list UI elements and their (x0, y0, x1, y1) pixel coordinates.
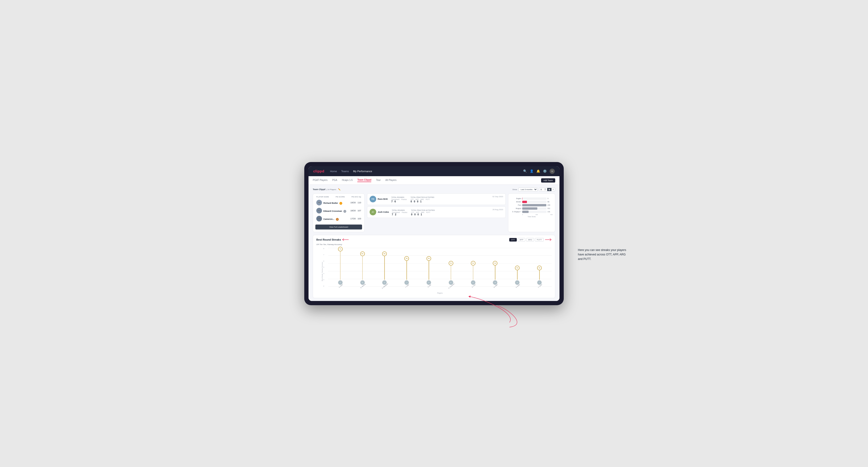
chart-x-axis: 0 200 400 (511, 214, 553, 215)
sub-nav-tour[interactable]: Tour (376, 179, 380, 182)
chart-subtitle: Off The Tee, Fairway Accuracy (316, 243, 552, 246)
chart-footer: Total Shots (511, 216, 553, 217)
nav-teams[interactable]: Teams (341, 170, 349, 173)
sub-nav-all-players[interactable]: All Players (385, 179, 397, 182)
sub-nav-hcaps[interactable]: Hcaps 1-5 (342, 179, 353, 182)
bell-icon[interactable]: 🔔 (536, 169, 540, 173)
player-scores-1: 19/20 110 (350, 201, 361, 204)
player-name-1: Richard Butler (323, 202, 338, 204)
bar-row-dbogeys: D. Bogeys + 131 (511, 211, 553, 213)
show-label: Show (512, 188, 517, 191)
streak-player-0: 7xEE. Ebert (331, 247, 350, 287)
annotation-box: Here you can see streaks your players ha… (578, 248, 630, 261)
player-row[interactable]: RB Richard Butler 1 19/20 110 (315, 198, 362, 207)
bar-row-birdies: Birdies 96 (511, 201, 553, 203)
view-toggle: ⊞ ☰ ▦ ≡ (539, 188, 555, 191)
nav-links: Home Teams My Performance (330, 170, 372, 173)
player-avatar-3: CM (316, 216, 322, 221)
card-stats-2: Total Rounds Tournament Practice 7 2 (392, 210, 490, 216)
add-team-button[interactable]: Add Team (541, 178, 555, 183)
nav-bar: clippd Home Teams My Performance 🔍 👤 🔔 ⚙… (309, 166, 559, 176)
avatar[interactable]: U (550, 168, 555, 174)
sub-nav-pgat[interactable]: PGAT Players (313, 179, 328, 182)
streak-player-5: 4xEE. Crossman (441, 261, 461, 287)
nav-home[interactable]: Home (330, 170, 337, 173)
col-pb-score: PB SCORE (336, 196, 345, 198)
streak-player-8: 3xRR. Butler (507, 266, 527, 287)
streak-player-3: 5xJJ. Coles (397, 256, 416, 287)
player-scores-3: 17/20 103 (350, 217, 361, 220)
player-scores-2: 18/20 107 (350, 210, 361, 212)
player-avatar-2: EC (316, 208, 322, 214)
bar-chart: Eagles 3 Birdies (511, 197, 553, 217)
player-card-2: JC Josh Coles Total Rounds Tournament Pr… (367, 206, 506, 218)
chart-area: 8 7 6 5 4 3 0 7xEE. Ebert6xBB. McHerg6xD… (328, 248, 552, 295)
player-info-3: Cameron... 3 (323, 217, 350, 221)
y-axis-label: Best Streak, Fairway Accuracy (321, 262, 323, 281)
team-count: | 14 Players (326, 188, 336, 191)
sub-nav-team-clippd[interactable]: Team Clippd (357, 179, 371, 182)
player-avatar-1: RB (316, 200, 322, 206)
streak-chart: Best Streak, Fairway Accuracy (316, 248, 552, 295)
logo: clippd (313, 169, 324, 173)
player-row[interactable]: CM Cameron... 3 17/20 103 (315, 215, 362, 223)
streak-player-1: 6xBB. McHerg (352, 251, 372, 287)
search-icon[interactable]: 🔍 (523, 169, 527, 173)
filter-ott[interactable]: OTT (509, 238, 517, 242)
streaks-title: Best Round Streaks (316, 238, 341, 241)
table-view-btn[interactable]: ≡ (552, 188, 555, 191)
card-stats-1: Total Rounds Tournament Practice 7 6 (391, 196, 490, 203)
player-row[interactable]: EC Edward Crossman 2 18/20 107 (315, 207, 362, 215)
player-cards-panel: RB Rees Britt Total Rounds Tournament Pr… (367, 193, 506, 232)
leaderboard-panel: PLAYER NAME PB SCORE PB AVG SQ RB Richar… (313, 193, 365, 232)
sub-nav: PGAT Players PGA Hcaps 1-5 Team Clippd T… (309, 176, 559, 185)
nav-right: 🔍 👤 🔔 ⚙️ U (523, 168, 555, 174)
streaks-section: Best Round Streaks OTT APP ARG PUTT (313, 235, 555, 298)
grid-view-btn[interactable]: ⊞ (539, 188, 543, 191)
badge-gold-1: 1 (339, 202, 342, 205)
players-streaks-area: 7xEE. Ebert6xBB. McHerg6xDD. Billingham5… (328, 248, 552, 287)
arrow-indicator-left (342, 238, 349, 241)
bar-chart-panel: Eagles 3 Birdies (508, 193, 555, 232)
list-view-btn[interactable]: ☰ (543, 188, 547, 191)
card-date-2: 26 Aug 2023 (493, 209, 503, 216)
badge-silver-2: 2 (343, 210, 346, 213)
card-date-1: 02 Sep 2023 (493, 195, 503, 203)
filter-arg[interactable]: ARG (526, 238, 534, 242)
filter-app[interactable]: APP (518, 238, 525, 242)
col-player-name: PLAYER NAME (316, 196, 329, 198)
bar-row-pars: Pars 499 (511, 204, 553, 206)
streaks-filters: OTT APP ARG PUTT (509, 238, 544, 242)
bar-row-bogeys: Bogeys 311 (511, 207, 553, 210)
col-pb-avg: PB AVG SQ (351, 196, 361, 198)
main-content: Team Clippd | 14 Players ✏️ Show Last 3 … (309, 185, 559, 301)
view-leaderboard-button[interactable]: View Full Leaderboard (315, 224, 362, 229)
streak-player-6: 4xDD. Ford (463, 261, 483, 287)
bar-row-eagles: Eagles 3 (511, 197, 553, 200)
streak-player-4: 5xRR. Britt (419, 256, 439, 287)
x-axis-label: Players (328, 290, 552, 294)
card-avatar-1: RB (370, 196, 376, 203)
sub-nav-pga[interactable]: PGA (332, 179, 337, 182)
player-info-2: Edward Crossman 2 (323, 209, 350, 213)
user-icon[interactable]: 👤 (530, 169, 533, 173)
badge-bronze-3: 3 (336, 218, 339, 221)
card-player-name-1: Rees Britt (378, 198, 388, 200)
player-name-3: Cameron... (323, 218, 335, 220)
streaks-header: Best Round Streaks OTT APP ARG PUTT (316, 238, 552, 242)
top-controls-row: Team Clippd | 14 Players ✏️ Show Last 3 … (313, 187, 555, 191)
streak-player-2: 6xDD. Billingham (375, 251, 394, 287)
player-card-1: RB Rees Britt Total Rounds Tournament Pr… (367, 193, 506, 205)
nav-my-performance[interactable]: My Performance (353, 170, 372, 173)
card-player-name-2: Josh Coles (378, 211, 389, 213)
filter-putt[interactable]: PUTT (535, 238, 544, 242)
streak-player-7: 4xMM. Miller (485, 261, 505, 287)
card-avatar-2: JC (370, 209, 376, 215)
period-select[interactable]: Last 3 months (519, 187, 537, 191)
team-info: Team Clippd | 14 Players ✏️ (313, 188, 341, 191)
settings-icon[interactable]: ⚙️ (543, 169, 547, 173)
card-view-btn[interactable]: ▦ (547, 188, 552, 191)
player-name-2: Edward Crossman (323, 210, 342, 212)
edit-icon[interactable]: ✏️ (338, 188, 341, 191)
top-section: PLAYER NAME PB SCORE PB AVG SQ RB Richar… (313, 193, 555, 232)
